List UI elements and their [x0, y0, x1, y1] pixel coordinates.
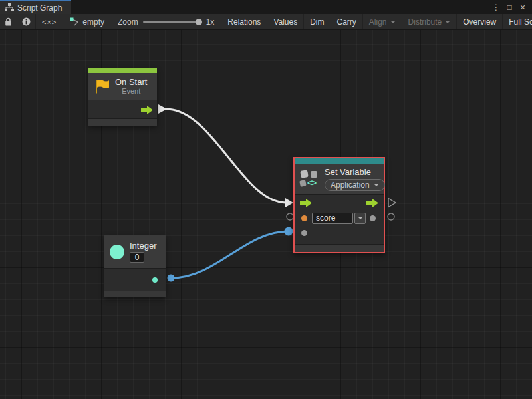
carry-button[interactable]: Carry — [331, 14, 363, 29]
connections-layer — [0, 30, 532, 399]
node-subtitle: Event — [115, 87, 147, 96]
selection-indicator[interactable]: empty — [63, 14, 111, 29]
node-title: Set Variable — [325, 167, 371, 177]
value-connection-start-dot[interactable] — [168, 275, 175, 282]
window-controls: ⋮ □ × — [491, 0, 532, 14]
node-title: On Start — [115, 77, 147, 87]
chevron-down-icon — [445, 21, 450, 23]
variable-name-dropdown-button[interactable] — [354, 213, 366, 224]
maximize-icon[interactable]: □ — [504, 3, 515, 12]
value-connection-end-dot[interactable] — [285, 227, 293, 236]
node-title: Integer — [130, 241, 156, 251]
script-graph-window: Script Graph ⋮ □ × <×> — [0, 0, 532, 399]
node-header[interactable]: On Start Event — [88, 73, 157, 100]
external-input-port-circle[interactable] — [287, 213, 293, 220]
tab-label: Script Graph — [17, 3, 62, 13]
overview-button[interactable]: Overview — [457, 14, 503, 29]
set-variable-icon: <> — [300, 170, 320, 188]
graph-toolbar: <×> empty Zoom 1x Relations Values Dim C… — [0, 14, 532, 30]
menu-kebab-icon[interactable]: ⋮ — [491, 3, 501, 12]
zoom-slider[interactable] — [143, 21, 201, 23]
info-icon — [22, 17, 31, 26]
name-input-port[interactable] — [301, 215, 307, 221]
tab-script-graph[interactable]: Script Graph — [0, 0, 71, 14]
values-button[interactable]: Values — [267, 14, 304, 29]
value-input-port[interactable] — [301, 230, 307, 236]
node-color-stripe — [88, 68, 157, 73]
flow-output-port[interactable] — [366, 199, 378, 207]
align-dropdown[interactable]: Align — [363, 14, 402, 29]
code-view-button[interactable]: <×> — [36, 14, 63, 29]
variable-name-value: score — [316, 213, 335, 223]
node-color-stripe — [295, 158, 384, 164]
integer-output-port[interactable] — [152, 277, 158, 283]
relations-button[interactable]: Relations — [221, 14, 267, 29]
graph-canvas[interactable]: On Start Event <> Set — [0, 30, 532, 399]
node-body — [88, 100, 157, 118]
dim-button[interactable]: Dim — [304, 14, 331, 29]
chevron-down-icon — [358, 217, 363, 219]
chevron-down-icon — [390, 21, 396, 23]
variable-name-field[interactable]: score — [312, 213, 353, 224]
flow-connection-end-arrow[interactable] — [285, 198, 293, 207]
node-header[interactable]: Integer 0 — [104, 235, 166, 268]
zoom-slider-knob[interactable] — [196, 19, 202, 25]
variable-name-row: score — [295, 211, 384, 225]
graph-pointer-icon — [70, 17, 79, 27]
chevron-down-icon — [374, 184, 379, 186]
integer-circle-icon — [110, 245, 124, 259]
flow-output-port[interactable] — [141, 106, 153, 114]
lock-icon — [5, 17, 12, 26]
graph-icon — [5, 3, 14, 12]
value-input-row — [295, 225, 384, 240]
node-header[interactable]: <> Set Variable Application — [295, 164, 384, 194]
value-connection[interactable] — [172, 231, 288, 278]
flow-connection-start-arrow[interactable] — [158, 104, 167, 114]
zoom-value: 1x — [206, 17, 215, 27]
integer-value: 0 — [135, 253, 140, 262]
external-flow-output-triangle[interactable] — [388, 199, 396, 207]
variable-scope-dropdown[interactable]: Application — [325, 179, 385, 191]
toolbar-buttons: Relations Values Dim Carry Align Distrib… — [221, 14, 532, 29]
node-set-variable[interactable]: <> Set Variable Application — [293, 157, 385, 253]
distribute-dropdown[interactable]: Distribute — [402, 14, 458, 29]
node-body: score — [295, 195, 384, 244]
info-button[interactable] — [17, 14, 36, 29]
node-on-start[interactable]: On Start Event — [88, 68, 157, 126]
full-screen-button[interactable]: Full Screen — [503, 14, 532, 29]
flag-icon — [94, 78, 110, 95]
node-footer — [104, 291, 166, 297]
zoom-label: Zoom — [118, 17, 138, 27]
external-output-port-circle[interactable] — [388, 213, 394, 220]
integer-value-field[interactable]: 0 — [130, 252, 144, 263]
scope-label: Application — [331, 180, 370, 190]
selection-label: empty — [82, 17, 104, 27]
node-body — [104, 269, 166, 291]
close-icon[interactable]: × — [517, 2, 528, 13]
tab-bar: Script Graph ⋮ □ × — [0, 0, 532, 14]
zoom-control: Zoom 1x — [111, 14, 221, 29]
node-integer[interactable]: Integer 0 — [104, 235, 166, 297]
node-footer — [295, 245, 384, 252]
flow-row — [295, 195, 384, 211]
value-output-port[interactable] — [370, 215, 376, 221]
node-footer — [88, 119, 157, 126]
lock-button[interactable] — [0, 14, 17, 29]
code-glyph: <×> — [42, 18, 57, 26]
flow-connection[interactable] — [166, 109, 286, 203]
flow-input-port[interactable] — [300, 199, 312, 207]
